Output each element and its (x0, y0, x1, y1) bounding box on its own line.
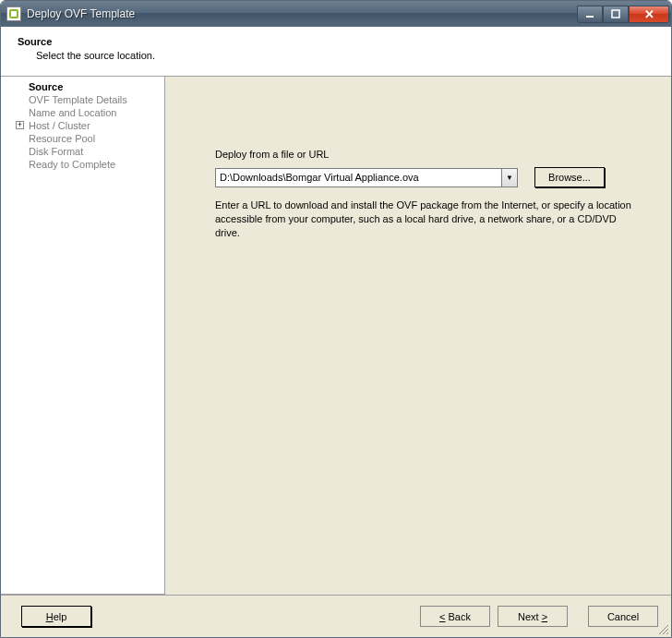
minimize-button[interactable] (577, 6, 603, 23)
resize-grip-icon (656, 622, 669, 635)
page-subtitle: Select the source location. (18, 50, 671, 61)
window-controls: ✕ (577, 6, 669, 23)
step-label: Resource Pool (29, 133, 95, 144)
step-name-location[interactable]: Name and Location (1, 106, 164, 119)
source-row: ▼ Browse... (215, 167, 653, 187)
wizard-steps-sidebar: Source OVF Template Details Name and Loc… (1, 77, 165, 595)
minimize-icon (585, 9, 594, 18)
step-ovf-details[interactable]: OVF Template Details (1, 93, 164, 106)
resize-grip[interactable] (656, 622, 669, 635)
window-title: Deploy OVF Template (27, 7, 577, 20)
step-label: Ready to Complete (29, 159, 115, 170)
step-label: Host / Cluster (29, 120, 90, 131)
help-button[interactable]: Help (21, 606, 91, 627)
back-button[interactable]: < Back (420, 606, 490, 627)
source-path-input[interactable] (216, 169, 501, 187)
page-title: Source (18, 36, 671, 47)
step-host-cluster[interactable]: + Host / Cluster (1, 119, 164, 132)
step-ready-complete[interactable]: Ready to Complete (1, 158, 164, 171)
help-text: Enter a URL to download and install the … (215, 199, 640, 240)
wizard-content: Deploy from a file or URL ▼ Browse... En… (165, 77, 671, 595)
svg-rect-0 (586, 16, 594, 18)
step-label: Disk Format (29, 146, 83, 157)
next-button[interactable]: Next > (498, 606, 568, 627)
wizard-footer: Help < Back Next > Cancel (1, 595, 671, 637)
source-path-combo[interactable]: ▼ (215, 168, 518, 187)
step-label: Source (29, 81, 63, 92)
cancel-button[interactable]: Cancel (588, 606, 658, 627)
wizard-header: Source Select the source location. (1, 27, 671, 77)
app-icon (6, 6, 21, 21)
svg-rect-1 (612, 10, 619, 18)
maximize-icon (611, 9, 620, 18)
step-disk-format[interactable]: Disk Format (1, 145, 164, 158)
titlebar[interactable]: Deploy OVF Template ✕ (1, 1, 671, 27)
source-label: Deploy from a file or URL (215, 149, 653, 160)
step-resource-pool[interactable]: Resource Pool (1, 132, 164, 145)
step-source[interactable]: Source (1, 80, 164, 93)
expand-icon[interactable]: + (16, 121, 24, 129)
svg-line-4 (666, 632, 668, 634)
browse-button[interactable]: Browse... (534, 167, 605, 187)
close-button[interactable]: ✕ (629, 6, 669, 23)
wizard-body: Source OVF Template Details Name and Loc… (1, 77, 671, 595)
step-label: Name and Location (29, 107, 116, 118)
maximize-button[interactable] (603, 6, 629, 23)
window-frame: Deploy OVF Template ✕ Source Select the … (0, 0, 672, 638)
step-label: OVF Template Details (29, 94, 127, 105)
chevron-down-icon[interactable]: ▼ (501, 169, 517, 187)
close-icon: ✕ (644, 7, 654, 21)
